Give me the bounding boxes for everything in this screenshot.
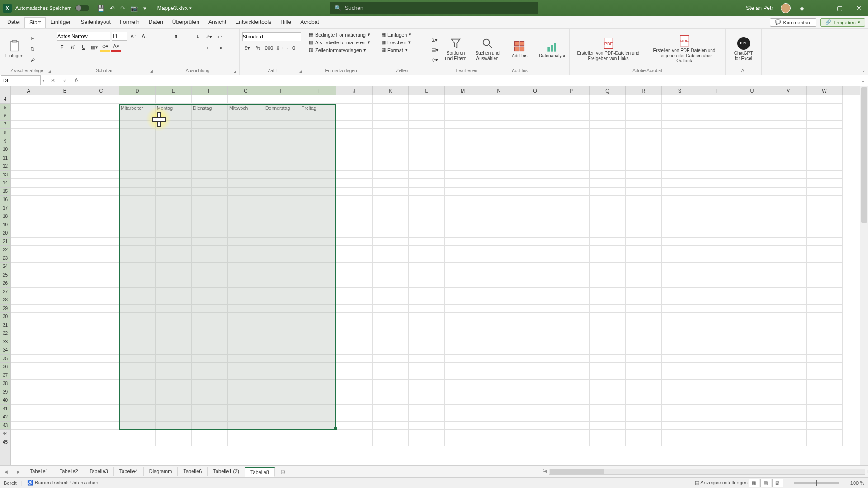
cell-P36[interactable] (553, 363, 590, 371)
cell-A31[interactable] (11, 321, 47, 330)
cell-T10[interactable] (698, 145, 734, 154)
enter-formula-icon[interactable]: ✓ (59, 75, 71, 86)
cell-Q39[interactable] (590, 388, 626, 397)
cell-L27[interactable] (409, 288, 445, 296)
cell-R13[interactable] (626, 171, 662, 179)
cell-H24[interactable] (264, 263, 300, 271)
cell-B11[interactable] (47, 154, 83, 163)
cell-F31[interactable] (192, 321, 228, 330)
redo-icon[interactable]: ↷ (118, 5, 128, 12)
cell-W36[interactable] (807, 363, 843, 371)
cell-T41[interactable] (698, 405, 734, 413)
cell-A35[interactable] (11, 355, 47, 363)
cell-L11[interactable] (409, 154, 445, 163)
cell-G20[interactable] (228, 229, 264, 238)
cell-L25[interactable] (409, 271, 445, 280)
cell-N12[interactable] (481, 162, 517, 171)
cell-O4[interactable] (517, 95, 553, 104)
cell-I43[interactable] (300, 422, 336, 430)
cell-F36[interactable] (192, 363, 228, 371)
cell-E36[interactable] (156, 363, 192, 371)
clipboard-launcher[interactable]: ◢ (48, 69, 51, 74)
cell-F4[interactable] (192, 95, 228, 104)
cell-R11[interactable] (626, 154, 662, 163)
cell-T45[interactable] (698, 438, 734, 447)
cell-G34[interactable] (228, 346, 264, 355)
cell-F38[interactable] (192, 380, 228, 388)
cell-H40[interactable] (264, 396, 300, 405)
cell-R17[interactable] (626, 204, 662, 213)
align-bottom-icon[interactable]: ⬇ (193, 32, 203, 41)
cell-L33[interactable] (409, 338, 445, 347)
cell-O43[interactable] (517, 422, 553, 430)
cell-F45[interactable] (192, 438, 228, 447)
cell-K6[interactable] (373, 112, 409, 121)
cell-E21[interactable] (156, 238, 192, 246)
cell-P33[interactable] (553, 338, 590, 347)
cell-P8[interactable] (553, 129, 590, 137)
cell-J21[interactable] (336, 238, 373, 246)
cell-V40[interactable] (770, 396, 807, 405)
cell-I45[interactable] (300, 438, 336, 447)
cell-K29[interactable] (373, 305, 409, 313)
cell-P16[interactable] (553, 196, 590, 204)
cell-M21[interactable] (445, 238, 481, 246)
cell-M33[interactable] (445, 338, 481, 347)
cell-E13[interactable] (156, 171, 192, 179)
cell-A32[interactable] (11, 329, 47, 338)
cell-F25[interactable] (192, 271, 228, 280)
cell-P24[interactable] (553, 263, 590, 271)
cell-A26[interactable] (11, 279, 47, 288)
cell-I11[interactable] (300, 154, 336, 163)
row-header-28[interactable]: 28 (0, 296, 10, 305)
cell-A18[interactable] (11, 212, 47, 221)
cell-J29[interactable] (336, 305, 373, 313)
cell-T34[interactable] (698, 346, 734, 355)
cell-S17[interactable] (662, 204, 698, 213)
cell-M40[interactable] (445, 396, 481, 405)
row-header-4[interactable]: 4 (0, 95, 10, 104)
cell-J4[interactable] (336, 95, 373, 104)
cell-G41[interactable] (228, 405, 264, 413)
cell-E27[interactable] (156, 288, 192, 296)
cell-D35[interactable] (119, 355, 156, 363)
cell-J18[interactable] (336, 212, 373, 221)
cell-I35[interactable] (300, 355, 336, 363)
cell-S20[interactable] (662, 229, 698, 238)
cell-C4[interactable] (83, 95, 119, 104)
cell-W8[interactable] (807, 129, 843, 137)
cell-C25[interactable] (83, 271, 119, 280)
cell-L12[interactable] (409, 162, 445, 171)
cell-R31[interactable] (626, 321, 662, 330)
cell-N15[interactable] (481, 188, 517, 196)
cell-L34[interactable] (409, 346, 445, 355)
cell-J9[interactable] (336, 137, 373, 146)
cell-S37[interactable] (662, 371, 698, 380)
cell-Q21[interactable] (590, 238, 626, 246)
cell-C20[interactable] (83, 229, 119, 238)
cell-U16[interactable] (734, 196, 770, 204)
column-header-C[interactable]: C (83, 86, 119, 95)
cell-K19[interactable] (373, 221, 409, 230)
cell-B9[interactable] (47, 137, 83, 146)
cell-H14[interactable] (264, 179, 300, 188)
cell-A33[interactable] (11, 338, 47, 347)
cell-N35[interactable] (481, 355, 517, 363)
cell-M17[interactable] (445, 204, 481, 213)
column-header-O[interactable]: O (517, 86, 553, 95)
cell-I8[interactable] (300, 129, 336, 137)
cell-I14[interactable] (300, 179, 336, 188)
cell-B41[interactable] (47, 405, 83, 413)
cell-I5[interactable]: Freitag (300, 104, 336, 113)
cell-R12[interactable] (626, 162, 662, 171)
cell-O44[interactable] (517, 430, 553, 438)
cell-S13[interactable] (662, 171, 698, 179)
cell-G15[interactable] (228, 188, 264, 196)
cell-T5[interactable] (698, 104, 734, 113)
number-format-select[interactable] (242, 32, 301, 41)
cell-B12[interactable] (47, 162, 83, 171)
namebox-dropdown-icon[interactable]: ▾ (41, 78, 47, 83)
cell-B28[interactable] (47, 296, 83, 305)
cell-U30[interactable] (734, 313, 770, 321)
cell-B45[interactable] (47, 438, 83, 447)
